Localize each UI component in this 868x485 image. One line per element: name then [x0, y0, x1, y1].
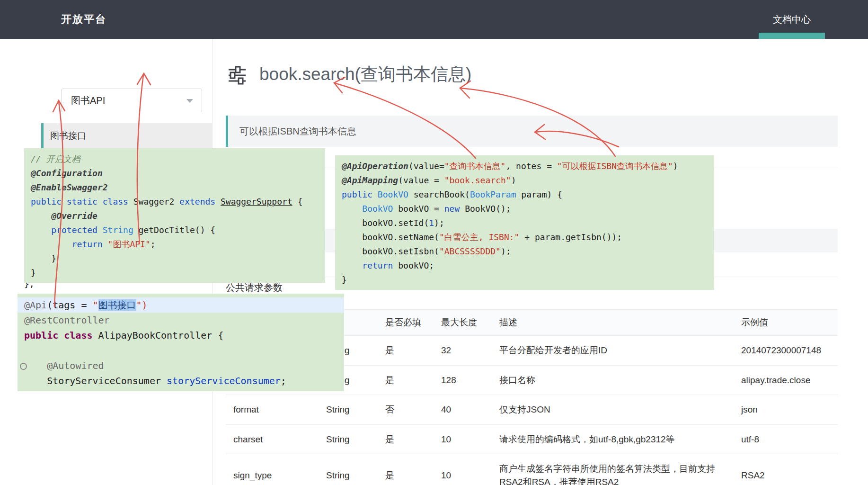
code-line: [18, 343, 344, 358]
chevron-down-icon: [186, 99, 193, 103]
code-block-swagger-config: // 开启文档@Configuration@EnableSwagger2publ…: [24, 148, 325, 283]
code-line: @EnableSwagger2: [24, 180, 325, 195]
table-cell: String: [319, 395, 378, 425]
column-header: 示例值: [734, 310, 838, 336]
table-cell: 128: [434, 365, 492, 395]
table-cell: 平台分配给开发者的应用ID: [492, 336, 734, 366]
code-line: @Autowired: [18, 358, 344, 373]
sidebar-item-book-api-group[interactable]: 图书接口: [41, 123, 212, 149]
code-line: @Api(tags = "图书接口"): [18, 297, 344, 313]
table-cell: 是: [378, 336, 434, 366]
column-header: 最大长度: [434, 310, 492, 336]
active-tab-indicator: [759, 33, 825, 39]
nav-item-doc-center-label: 文档中心: [773, 14, 811, 25]
code-line: bookVO.setIsbn("ABCSSSSDDD");: [335, 244, 714, 259]
code-line: public static class Swagger2 extends Swa…: [24, 195, 325, 209]
table-cell: 接口名称: [492, 365, 734, 395]
table-cell: String: [319, 424, 378, 454]
code-block-api-operation: @ApiOperation(value="查询书本信息", notes = "可…: [335, 155, 714, 290]
api-select-value: 图书API: [71, 89, 105, 112]
table-cell: sign_type: [226, 454, 319, 485]
info-banner-text: 可以根据ISBN查询书本信息: [239, 116, 838, 147]
column-header: 描述: [492, 310, 734, 336]
code-line: }: [24, 251, 325, 266]
active-item-bar: [41, 123, 44, 149]
code-line: @ApiMapping(value = "book.search"): [335, 173, 714, 188]
table-cell: 是: [378, 424, 434, 454]
column-header: 是否必填: [378, 310, 434, 336]
table-cell: 是: [378, 365, 434, 395]
table-row: sign_typeString是10商户生成签名字符串所使用的签名算法类型，目前…: [226, 454, 838, 485]
brand-logo[interactable]: 开放平台: [61, 0, 106, 39]
code-line: @ApiOperation(value="查询书本信息", notes = "可…: [335, 159, 714, 173]
table-cell: 是: [378, 454, 434, 485]
info-banner: 可以根据ISBN查询书本信息: [226, 116, 838, 147]
top-navbar: 开放平台 文档中心: [0, 0, 868, 39]
gutter-bean-icon: [20, 363, 27, 370]
table-cell: 否: [378, 395, 434, 425]
code-line: @RestController: [18, 313, 344, 328]
params-heading: 公共请求参数: [226, 281, 283, 294]
code-block-rest-controller: @Api(tags = "图书接口")@RestControllerpublic…: [18, 294, 344, 391]
code-line: public class AlipayBookController {: [18, 328, 344, 343]
table-cell: json: [734, 395, 838, 425]
table-cell: 32: [434, 336, 492, 366]
code-line: }: [335, 273, 714, 287]
table-row: formatString否40仅支持JSONjson: [226, 395, 838, 425]
api-select-dropdown[interactable]: 图书API: [61, 89, 202, 112]
table-cell: RSA2: [734, 454, 838, 485]
code-line: bookVO.setName("白雪公主, ISBN:" + param.get…: [335, 230, 714, 244]
table-cell: String: [319, 454, 378, 485]
code-line: StoryServiceConsumer storyServiceConsume…: [18, 373, 344, 388]
code-line: bookVO.setId(1);: [335, 216, 714, 230]
code-line: // 开启文档: [24, 152, 325, 166]
table-cell: 40: [434, 395, 492, 425]
sidebar-item-label: 图书接口: [50, 123, 212, 149]
code-line: @Configuration: [24, 166, 325, 180]
table-cell: 仅支持JSON: [492, 395, 734, 425]
nav-item-doc-center[interactable]: 文档中心: [759, 0, 825, 39]
table-row: charsetString是10请求使用的编码格式，如utf-8,gbk,gb2…: [226, 424, 838, 454]
table-cell: 10: [434, 424, 492, 454]
code-line: @Override: [24, 209, 325, 223]
table-cell: 2014072300007148: [734, 336, 838, 366]
page-title: book.search(查询书本信息): [259, 63, 471, 86]
code-line: return bookVO;: [335, 259, 714, 273]
code-line: protected String getDocTitle() {: [24, 223, 325, 237]
table-cell: utf-8: [734, 424, 838, 454]
table-cell: 请求使用的编码格式，如utf-8,gbk,gb2312等: [492, 424, 734, 454]
code-line: return "图书API";: [24, 237, 325, 251]
sliders-icon: [227, 64, 248, 85]
table-cell: 10: [434, 454, 492, 485]
table-cell: 商户生成签名字符串所使用的签名算法类型，目前支持RSA2和RSA，推荐使用RSA…: [492, 454, 734, 485]
table-cell: charset: [226, 424, 319, 454]
code-line: public BookVO searchBook(BookParam param…: [335, 188, 714, 202]
table-cell: format: [226, 395, 319, 425]
code-line: BookVO bookVO = new BookVO();: [335, 202, 714, 216]
code-line: }: [24, 266, 325, 280]
table-cell: alipay.trade.close: [734, 365, 838, 395]
